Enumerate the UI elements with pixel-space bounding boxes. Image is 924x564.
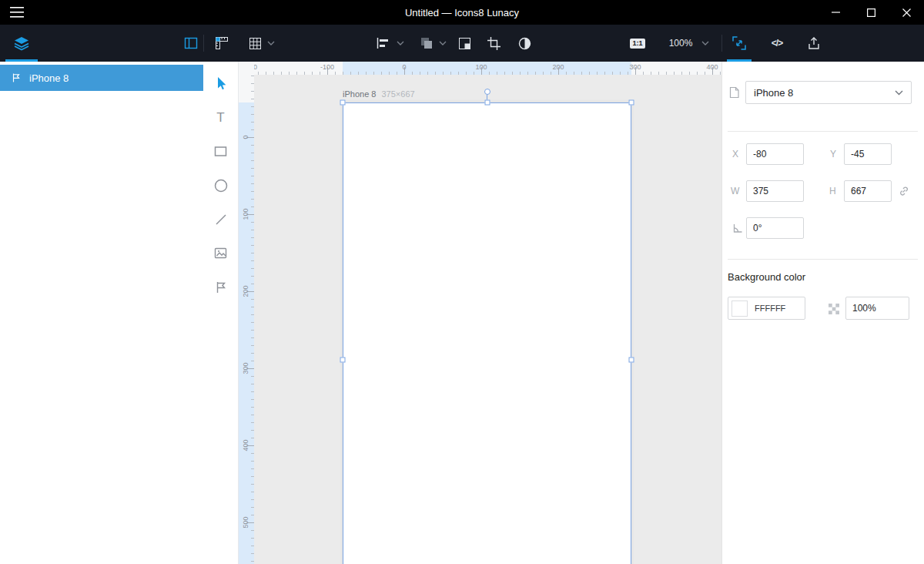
- line-tool-button[interactable]: [209, 208, 233, 231]
- rulers-toggle-button[interactable]: [208, 25, 236, 62]
- align-left-icon: [375, 35, 390, 51]
- adjustments-button[interactable]: [511, 25, 538, 62]
- grid-icon: [248, 36, 263, 51]
- layers-panel-tab[interactable]: [4, 25, 39, 62]
- ruler-label: 0: [389, 63, 420, 71]
- horizontal-ruler[interactable]: -200 -100 0 100 200 300 400: [239, 62, 721, 75]
- chevron-down-icon: [397, 41, 404, 45]
- close-icon: [902, 8, 911, 17]
- ruler-label: 100: [239, 199, 252, 230]
- select-tool-button[interactable]: [209, 72, 233, 95]
- y-label: Y: [830, 149, 836, 159]
- maximize-button[interactable]: [853, 0, 889, 25]
- resize-handle-middle-right[interactable]: [629, 357, 634, 362]
- artboard[interactable]: [343, 102, 631, 564]
- layer-item-label: iPhone 8: [29, 72, 69, 84]
- minimize-button[interactable]: [818, 0, 853, 25]
- zoom-level-button[interactable]: 100%: [662, 25, 699, 62]
- opacity-checker-icon: [829, 304, 839, 317]
- zoom-level-value: 100%: [669, 38, 693, 49]
- resize-handle-top-left[interactable]: [340, 100, 346, 106]
- main-area: iPhone 8 T: [0, 62, 924, 564]
- canvas[interactable]: -200 -100 0 100 200 300 400 0 100 200 30…: [239, 62, 721, 564]
- divider: [728, 259, 918, 260]
- h-label: H: [829, 186, 836, 196]
- window-title: Untitled — Icons8 Lunacy: [0, 7, 924, 18]
- grid-options-dropdown[interactable]: [265, 25, 277, 62]
- line-icon: [214, 213, 228, 227]
- actual-size-button[interactable]: 1:1: [624, 25, 651, 62]
- align-button[interactable]: [369, 25, 397, 62]
- opacity-input[interactable]: [845, 297, 909, 320]
- export-icon: [806, 35, 822, 51]
- panel-toggle-icon: [183, 35, 199, 51]
- artboard-name: iPhone 8: [343, 89, 376, 99]
- resize-handle-top-center[interactable]: [484, 100, 490, 106]
- crop-icon: [487, 36, 501, 51]
- ruler-label: 500: [239, 507, 252, 538]
- y-input[interactable]: [844, 143, 892, 165]
- rectangle-tool-button[interactable]: [209, 139, 233, 163]
- artboard-page-icon: [728, 86, 740, 101]
- toggle-left-panel-button[interactable]: [177, 25, 205, 62]
- color-hex-value: FFFFFF: [755, 304, 785, 313]
- ellipse-icon: [213, 178, 229, 193]
- w-input[interactable]: [746, 180, 804, 202]
- resize-handle-top-right[interactable]: [629, 100, 634, 106]
- mask-icon: [457, 36, 472, 51]
- image-tool-button[interactable]: [209, 241, 233, 264]
- rotation-handle[interactable]: [484, 89, 490, 95]
- vertical-ruler[interactable]: 0 100 200 300 400 500: [239, 75, 254, 564]
- mask-button[interactable]: [450, 25, 478, 62]
- frame-type-select[interactable]: iPhone 8: [745, 81, 912, 104]
- boolean-options-dropdown[interactable]: [437, 25, 449, 62]
- artboard-title[interactable]: iPhone 8 375×667: [343, 89, 415, 99]
- ruler-label: -100: [312, 63, 343, 71]
- ruler-label: 300: [239, 353, 252, 384]
- layer-item-iphone8[interactable]: iPhone 8: [0, 65, 203, 91]
- titlebar: Untitled — Icons8 Lunacy: [0, 0, 924, 25]
- artboard-size: 375×667: [382, 89, 415, 99]
- rectangle-icon: [213, 144, 228, 159]
- rotation-input[interactable]: [746, 217, 804, 239]
- ellipse-tool-button[interactable]: [209, 174, 233, 197]
- inspector-panel: iPhone 8 X Y W H: [721, 62, 924, 564]
- artboard-tool-button[interactable]: [209, 276, 233, 299]
- align-options-dropdown[interactable]: [394, 25, 407, 62]
- text-tool-button[interactable]: T: [209, 106, 233, 129]
- ruler-label: 200: [543, 63, 574, 71]
- divider: [728, 131, 918, 132]
- text-tool-icon: T: [216, 110, 224, 126]
- contrast-icon: [517, 36, 532, 51]
- zoom-options-dropdown[interactable]: [699, 25, 711, 62]
- app-window: Untitled — Icons8 Lunacy: [0, 0, 924, 564]
- ruler-label: 0: [239, 122, 252, 153]
- export-panel-tab[interactable]: [800, 25, 828, 62]
- link-icon: [898, 185, 910, 197]
- h-input[interactable]: [844, 180, 892, 202]
- minimize-icon: [832, 12, 840, 13]
- frame-type-value: iPhone 8: [754, 87, 793, 99]
- crop-button[interactable]: [480, 25, 507, 62]
- resize-handle-middle-left[interactable]: [340, 357, 346, 362]
- toolbar-separator: [721, 35, 722, 52]
- design-panel-tab[interactable]: [725, 25, 753, 62]
- chevron-down-icon: [701, 41, 709, 45]
- ruler-icon: [214, 35, 229, 51]
- ruler-label: 200: [239, 276, 252, 307]
- hamburger-icon: [10, 7, 24, 18]
- code-icon: </>: [772, 38, 782, 49]
- chevron-down-icon: [267, 41, 275, 45]
- main-menu-button[interactable]: [0, 0, 34, 25]
- lock-aspect-ratio-button[interactable]: [898, 185, 910, 200]
- x-input[interactable]: [746, 143, 804, 165]
- close-button[interactable]: [889, 0, 924, 25]
- w-label: W: [731, 186, 739, 196]
- background-color-title: Background color: [728, 271, 805, 283]
- one-to-one-icon: 1:1: [630, 39, 644, 49]
- background-color-picker[interactable]: FFFFFF: [728, 297, 805, 320]
- artboard-icon: [214, 280, 228, 294]
- code-panel-tab[interactable]: </>: [763, 25, 791, 62]
- maximize-icon: [867, 8, 875, 17]
- window-controls: [818, 0, 924, 25]
